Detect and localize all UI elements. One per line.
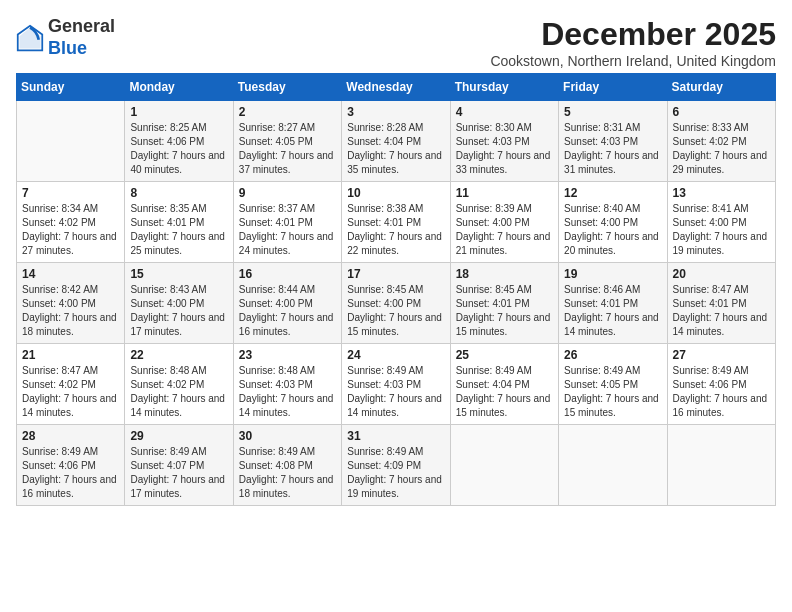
day-info: Sunrise: 8:49 AM Sunset: 4:07 PM Dayligh… bbox=[130, 445, 227, 501]
day-info: Sunrise: 8:49 AM Sunset: 4:06 PM Dayligh… bbox=[22, 445, 119, 501]
day-info: Sunrise: 8:37 AM Sunset: 4:01 PM Dayligh… bbox=[239, 202, 336, 258]
calendar-cell: 19Sunrise: 8:46 AM Sunset: 4:01 PM Dayli… bbox=[559, 263, 667, 344]
day-number: 20 bbox=[673, 267, 770, 281]
day-info: Sunrise: 8:49 AM Sunset: 4:04 PM Dayligh… bbox=[456, 364, 553, 420]
calendar-cell: 14Sunrise: 8:42 AM Sunset: 4:00 PM Dayli… bbox=[17, 263, 125, 344]
day-info: Sunrise: 8:44 AM Sunset: 4:00 PM Dayligh… bbox=[239, 283, 336, 339]
calendar-table: SundayMondayTuesdayWednesdayThursdayFrid… bbox=[16, 73, 776, 506]
logo: General Blue bbox=[16, 16, 115, 59]
calendar-cell: 9Sunrise: 8:37 AM Sunset: 4:01 PM Daylig… bbox=[233, 182, 341, 263]
calendar-cell: 10Sunrise: 8:38 AM Sunset: 4:01 PM Dayli… bbox=[342, 182, 450, 263]
day-number: 8 bbox=[130, 186, 227, 200]
calendar-cell: 20Sunrise: 8:47 AM Sunset: 4:01 PM Dayli… bbox=[667, 263, 775, 344]
day-number: 2 bbox=[239, 105, 336, 119]
month-title: December 2025 bbox=[490, 16, 776, 53]
calendar-cell: 6Sunrise: 8:33 AM Sunset: 4:02 PM Daylig… bbox=[667, 101, 775, 182]
logo-text: General Blue bbox=[48, 16, 115, 59]
calendar-week-row: 14Sunrise: 8:42 AM Sunset: 4:00 PM Dayli… bbox=[17, 263, 776, 344]
day-info: Sunrise: 8:45 AM Sunset: 4:01 PM Dayligh… bbox=[456, 283, 553, 339]
day-number: 5 bbox=[564, 105, 661, 119]
calendar-week-row: 1Sunrise: 8:25 AM Sunset: 4:06 PM Daylig… bbox=[17, 101, 776, 182]
day-info: Sunrise: 8:43 AM Sunset: 4:00 PM Dayligh… bbox=[130, 283, 227, 339]
day-number: 14 bbox=[22, 267, 119, 281]
day-info: Sunrise: 8:42 AM Sunset: 4:00 PM Dayligh… bbox=[22, 283, 119, 339]
calendar-cell bbox=[450, 425, 558, 506]
day-number: 19 bbox=[564, 267, 661, 281]
calendar-cell: 17Sunrise: 8:45 AM Sunset: 4:00 PM Dayli… bbox=[342, 263, 450, 344]
day-info: Sunrise: 8:28 AM Sunset: 4:04 PM Dayligh… bbox=[347, 121, 444, 177]
day-info: Sunrise: 8:40 AM Sunset: 4:00 PM Dayligh… bbox=[564, 202, 661, 258]
day-number: 15 bbox=[130, 267, 227, 281]
day-info: Sunrise: 8:41 AM Sunset: 4:00 PM Dayligh… bbox=[673, 202, 770, 258]
calendar-cell bbox=[667, 425, 775, 506]
day-info: Sunrise: 8:46 AM Sunset: 4:01 PM Dayligh… bbox=[564, 283, 661, 339]
day-info: Sunrise: 8:48 AM Sunset: 4:02 PM Dayligh… bbox=[130, 364, 227, 420]
calendar-body: 1Sunrise: 8:25 AM Sunset: 4:06 PM Daylig… bbox=[17, 101, 776, 506]
calendar-cell: 18Sunrise: 8:45 AM Sunset: 4:01 PM Dayli… bbox=[450, 263, 558, 344]
day-number: 9 bbox=[239, 186, 336, 200]
calendar-cell: 11Sunrise: 8:39 AM Sunset: 4:00 PM Dayli… bbox=[450, 182, 558, 263]
calendar-cell: 23Sunrise: 8:48 AM Sunset: 4:03 PM Dayli… bbox=[233, 344, 341, 425]
day-info: Sunrise: 8:34 AM Sunset: 4:02 PM Dayligh… bbox=[22, 202, 119, 258]
day-number: 18 bbox=[456, 267, 553, 281]
calendar-cell: 15Sunrise: 8:43 AM Sunset: 4:00 PM Dayli… bbox=[125, 263, 233, 344]
day-number: 28 bbox=[22, 429, 119, 443]
calendar-cell bbox=[559, 425, 667, 506]
day-info: Sunrise: 8:47 AM Sunset: 4:01 PM Dayligh… bbox=[673, 283, 770, 339]
location: Cookstown, Northern Ireland, United King… bbox=[490, 53, 776, 69]
day-info: Sunrise: 8:30 AM Sunset: 4:03 PM Dayligh… bbox=[456, 121, 553, 177]
day-number: 17 bbox=[347, 267, 444, 281]
calendar-cell: 30Sunrise: 8:49 AM Sunset: 4:08 PM Dayli… bbox=[233, 425, 341, 506]
calendar-cell: 21Sunrise: 8:47 AM Sunset: 4:02 PM Dayli… bbox=[17, 344, 125, 425]
calendar-cell: 26Sunrise: 8:49 AM Sunset: 4:05 PM Dayli… bbox=[559, 344, 667, 425]
weekday-header: Sunday bbox=[17, 74, 125, 101]
day-number: 30 bbox=[239, 429, 336, 443]
calendar-cell: 13Sunrise: 8:41 AM Sunset: 4:00 PM Dayli… bbox=[667, 182, 775, 263]
day-number: 27 bbox=[673, 348, 770, 362]
day-info: Sunrise: 8:45 AM Sunset: 4:00 PM Dayligh… bbox=[347, 283, 444, 339]
calendar-cell: 16Sunrise: 8:44 AM Sunset: 4:00 PM Dayli… bbox=[233, 263, 341, 344]
day-info: Sunrise: 8:49 AM Sunset: 4:06 PM Dayligh… bbox=[673, 364, 770, 420]
weekday-header: Wednesday bbox=[342, 74, 450, 101]
calendar-week-row: 7Sunrise: 8:34 AM Sunset: 4:02 PM Daylig… bbox=[17, 182, 776, 263]
calendar-cell: 7Sunrise: 8:34 AM Sunset: 4:02 PM Daylig… bbox=[17, 182, 125, 263]
day-info: Sunrise: 8:35 AM Sunset: 4:01 PM Dayligh… bbox=[130, 202, 227, 258]
day-number: 12 bbox=[564, 186, 661, 200]
day-info: Sunrise: 8:31 AM Sunset: 4:03 PM Dayligh… bbox=[564, 121, 661, 177]
calendar-cell: 24Sunrise: 8:49 AM Sunset: 4:03 PM Dayli… bbox=[342, 344, 450, 425]
day-info: Sunrise: 8:38 AM Sunset: 4:01 PM Dayligh… bbox=[347, 202, 444, 258]
calendar-week-row: 21Sunrise: 8:47 AM Sunset: 4:02 PM Dayli… bbox=[17, 344, 776, 425]
calendar-cell: 5Sunrise: 8:31 AM Sunset: 4:03 PM Daylig… bbox=[559, 101, 667, 182]
day-info: Sunrise: 8:47 AM Sunset: 4:02 PM Dayligh… bbox=[22, 364, 119, 420]
day-number: 29 bbox=[130, 429, 227, 443]
day-number: 25 bbox=[456, 348, 553, 362]
weekday-header: Monday bbox=[125, 74, 233, 101]
day-number: 31 bbox=[347, 429, 444, 443]
day-info: Sunrise: 8:25 AM Sunset: 4:06 PM Dayligh… bbox=[130, 121, 227, 177]
calendar-cell: 22Sunrise: 8:48 AM Sunset: 4:02 PM Dayli… bbox=[125, 344, 233, 425]
day-info: Sunrise: 8:49 AM Sunset: 4:05 PM Dayligh… bbox=[564, 364, 661, 420]
day-number: 11 bbox=[456, 186, 553, 200]
day-number: 7 bbox=[22, 186, 119, 200]
calendar-cell: 4Sunrise: 8:30 AM Sunset: 4:03 PM Daylig… bbox=[450, 101, 558, 182]
day-info: Sunrise: 8:39 AM Sunset: 4:00 PM Dayligh… bbox=[456, 202, 553, 258]
day-info: Sunrise: 8:49 AM Sunset: 4:03 PM Dayligh… bbox=[347, 364, 444, 420]
day-number: 26 bbox=[564, 348, 661, 362]
weekday-row: SundayMondayTuesdayWednesdayThursdayFrid… bbox=[17, 74, 776, 101]
day-number: 23 bbox=[239, 348, 336, 362]
day-info: Sunrise: 8:49 AM Sunset: 4:08 PM Dayligh… bbox=[239, 445, 336, 501]
calendar-cell: 3Sunrise: 8:28 AM Sunset: 4:04 PM Daylig… bbox=[342, 101, 450, 182]
calendar-cell: 25Sunrise: 8:49 AM Sunset: 4:04 PM Dayli… bbox=[450, 344, 558, 425]
title-block: December 2025 Cookstown, Northern Irelan… bbox=[490, 16, 776, 69]
calendar-cell: 2Sunrise: 8:27 AM Sunset: 4:05 PM Daylig… bbox=[233, 101, 341, 182]
day-number: 3 bbox=[347, 105, 444, 119]
calendar-cell: 29Sunrise: 8:49 AM Sunset: 4:07 PM Dayli… bbox=[125, 425, 233, 506]
calendar-cell: 31Sunrise: 8:49 AM Sunset: 4:09 PM Dayli… bbox=[342, 425, 450, 506]
weekday-header: Friday bbox=[559, 74, 667, 101]
day-number: 6 bbox=[673, 105, 770, 119]
calendar-header: SundayMondayTuesdayWednesdayThursdayFrid… bbox=[17, 74, 776, 101]
day-number: 4 bbox=[456, 105, 553, 119]
day-number: 16 bbox=[239, 267, 336, 281]
calendar-cell: 28Sunrise: 8:49 AM Sunset: 4:06 PM Dayli… bbox=[17, 425, 125, 506]
day-number: 10 bbox=[347, 186, 444, 200]
